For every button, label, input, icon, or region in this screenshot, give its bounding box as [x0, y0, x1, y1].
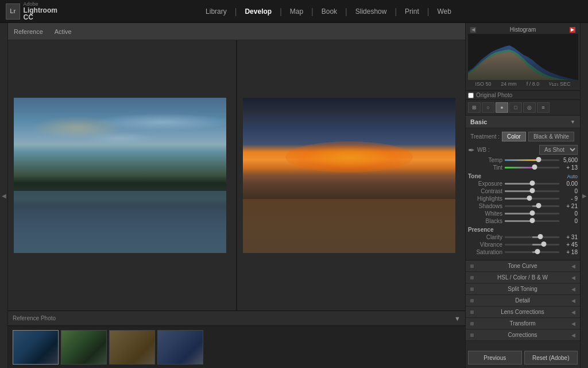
contrast-slider-track[interactable] [505, 190, 559, 192]
transform-section[interactable]: Transform ◀ [466, 318, 580, 329]
blacks-slider-track[interactable] [505, 220, 559, 222]
exposure-label: Exposure [468, 181, 502, 187]
whites-label: Whites [468, 210, 502, 217]
blacks-slider-row: Blacks 0 [468, 218, 578, 224]
transform-bullet [470, 322, 474, 325]
nav-print[interactable]: Print [398, 5, 426, 18]
logo-area: Lr Adobe Lightroom CC [0, 2, 69, 21]
right-panel: ◀ Histogram ▶ [465, 23, 580, 368]
reference-photo-container [14, 98, 230, 253]
left-panel-toggle[interactable]: ◀ [0, 23, 8, 368]
color-treatment-btn[interactable]: Color [502, 132, 526, 141]
filmstrip-scroll[interactable] [8, 326, 465, 368]
corrections-section[interactable]: Corrections ◀ [466, 329, 580, 341]
hist-clipping-right[interactable]: ▶ [570, 27, 575, 33]
saturation-slider-track[interactable] [505, 251, 559, 253]
wb-dropdown[interactable]: As Shot Auto Daylight [539, 145, 578, 155]
highlights-slider-thumb[interactable] [527, 195, 532, 201]
tool-circle[interactable]: ○ [482, 102, 494, 113]
highlights-slider-track[interactable] [505, 198, 559, 200]
exposure-slider-thumb[interactable] [529, 181, 535, 186]
shadows-slider-thumb[interactable] [536, 203, 541, 208]
reference-label: Reference [14, 28, 43, 35]
lens-corrections-section[interactable]: Lens Corrections ◀ [466, 306, 580, 318]
temp-slider-thumb[interactable] [536, 157, 541, 162]
tone-auto-btn[interactable]: Auto [567, 174, 578, 179]
bw-treatment-btn[interactable]: Black & White [528, 132, 574, 141]
split-toning-section[interactable]: Split Toning ◀ [466, 283, 580, 295]
vibrance-slider-track[interactable] [505, 244, 559, 246]
temp-slider-track[interactable] [505, 159, 559, 161]
whites-slider-row: Whites 0 [468, 210, 578, 217]
whites-slider-thumb[interactable] [529, 210, 535, 216]
treatment-label: Treatment : [468, 133, 500, 140]
nav-book[interactable]: Book [315, 5, 344, 18]
clarity-slider-thumb[interactable] [537, 234, 543, 239]
tool-lines[interactable]: ≡ [537, 102, 550, 113]
tone-curve-title: Tone Curve [508, 263, 537, 269]
hsl-section[interactable]: HSL / Color / B & W ◀ [466, 272, 580, 283]
active-photo-water [243, 199, 455, 254]
histogram-section: ◀ Histogram ▶ [466, 23, 580, 91]
reference-photo [14, 98, 226, 253]
right-arrow-icon: ▶ [582, 193, 587, 199]
corrections-title: Corrections [508, 332, 537, 338]
contrast-slider-thumb[interactable] [529, 188, 535, 193]
lens-corrections-title: Lens Corrections [501, 309, 544, 315]
camera-focal: 24 mm [501, 81, 517, 87]
tint-slider-thumb[interactable] [532, 164, 537, 170]
tint-value: + 13 [562, 164, 578, 171]
basic-panel-body: Treatment : Color Black & White ✒ WB : A… [466, 128, 580, 260]
filmstrip-dropdown-icon[interactable]: ▼ [454, 315, 461, 322]
blacks-value: 0 [562, 218, 578, 224]
tool-dot[interactable]: ● [496, 102, 508, 113]
nav-slideshow[interactable]: Slideshow [349, 5, 394, 18]
tint-slider-row: Tint + 13 [468, 164, 578, 171]
whites-slider-track[interactable] [505, 213, 559, 214]
nav-library[interactable]: Library [199, 5, 234, 18]
tool-grid[interactable]: ⊞ [468, 102, 481, 113]
temp-label: Temp [468, 157, 502, 163]
shadows-value: + 21 [562, 203, 578, 209]
reference-photo-clouds [14, 106, 226, 160]
tone-curve-bullet [470, 264, 474, 268]
app-title-area: Adobe Lightroom CC [24, 2, 63, 21]
hist-clipping-left[interactable]: ◀ [470, 27, 476, 33]
detail-arrow: ◀ [571, 298, 575, 304]
vibrance-slider-thumb[interactable] [541, 241, 547, 247]
clarity-label: Clarity [468, 234, 502, 240]
filmstrip-thumb-3[interactable] [109, 330, 155, 365]
tool-square[interactable]: □ [509, 102, 522, 113]
nav-develop[interactable]: Develop [238, 5, 278, 18]
wb-row: ✒ WB : As Shot Auto Daylight [468, 145, 578, 155]
original-photo-checkbox[interactable] [468, 93, 474, 98]
left-arrow-icon: ◀ [2, 193, 6, 199]
exposure-slider-track[interactable] [505, 183, 559, 185]
nav-web[interactable]: Web [430, 5, 458, 18]
app-name: Lightroom CC [24, 7, 63, 21]
filmstrip-thumb-1[interactable] [13, 330, 59, 365]
center-area: Reference Active [8, 23, 465, 368]
tool-circle2[interactable]: ◎ [523, 102, 536, 113]
hsl-title: HSL / Color / B & W [497, 274, 548, 281]
tone-curve-section[interactable]: Tone Curve ◀ [466, 260, 580, 272]
vibrance-label: Vibrance [468, 241, 502, 248]
filmstrip-thumb-4[interactable] [157, 330, 203, 365]
shadows-slider-track[interactable] [505, 205, 559, 207]
saturation-slider-thumb[interactable] [535, 249, 540, 254]
right-panel-toggle[interactable]: ▶ [580, 23, 588, 368]
tint-slider-track[interactable] [505, 167, 559, 168]
basic-panel-header[interactable]: Basic ▼ [466, 116, 580, 128]
treatment-row: Treatment : Color Black & White [468, 132, 578, 141]
nav-map[interactable]: Map [283, 5, 310, 18]
histogram-title-bar: ◀ Histogram ▶ [468, 25, 578, 34]
blacks-slider-thumb[interactable] [529, 218, 535, 223]
clarity-slider-track[interactable] [505, 236, 559, 238]
eyedropper-icon[interactable]: ✒ [468, 145, 475, 155]
filmstrip-thumb-2[interactable] [61, 330, 107, 365]
saturation-value: + 18 [562, 249, 578, 255]
original-photo-label: Original Photo [476, 92, 512, 98]
reset-button[interactable]: Reset (Adobe) [524, 351, 578, 365]
detail-section[interactable]: Detail ◀ [466, 295, 580, 306]
previous-button[interactable]: Previous [468, 351, 522, 365]
